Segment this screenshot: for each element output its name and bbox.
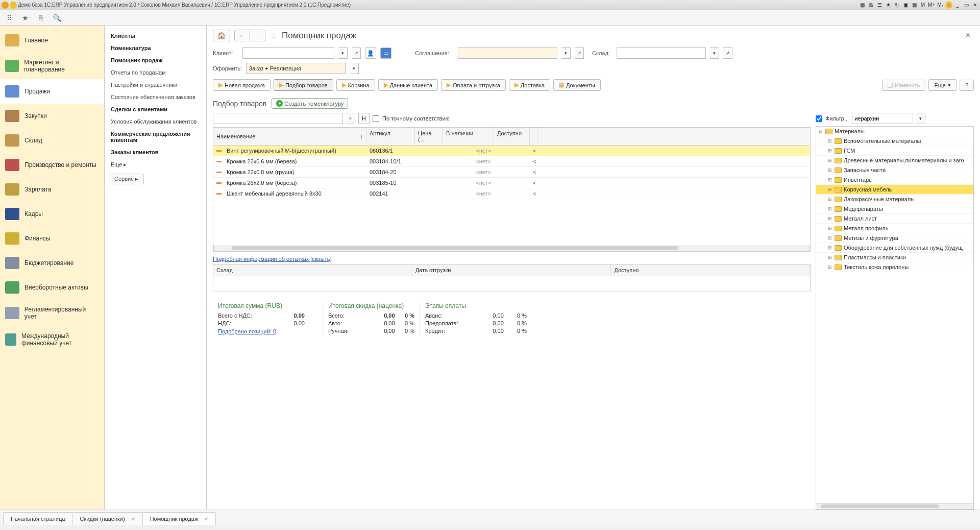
agreement-open[interactable]: ↗ — [575, 47, 584, 59]
section-item[interactable]: Международный финансовый учет — [0, 326, 104, 353]
tab-close-icon[interactable]: ✕ — [204, 516, 208, 522]
tree-item[interactable]: ⊞Лакокрасочные материалы — [816, 195, 973, 204]
favorite-icon[interactable]: ☆ — [270, 30, 278, 41]
help-button[interactable]: ? — [960, 80, 974, 91]
n-button[interactable]: Н — [358, 113, 370, 124]
tree-toggle[interactable]: ⊞ — [827, 255, 832, 260]
wizard-step[interactable]: ▦Документы — [553, 79, 601, 91]
client-card-icon[interactable]: ▭ — [380, 47, 391, 59]
section-item[interactable]: Регламентированный учет — [0, 300, 104, 326]
section-item[interactable]: Продажи — [0, 79, 104, 104]
tb-ico[interactable]: ▣ — [902, 2, 909, 9]
h-scrollbar[interactable] — [213, 245, 810, 251]
subsection-item[interactable]: Номенклатура — [109, 42, 202, 54]
drop-icon[interactable] — [10, 2, 17, 9]
home-button[interactable]: 🏠 — [213, 30, 230, 41]
tab-close-icon[interactable]: ✕ — [131, 516, 135, 522]
table-row[interactable]: Кромка 26х2.0 мм (береза)003185-10<нет>< — [213, 178, 810, 188]
tree-toggle[interactable]: ⊟ — [818, 129, 823, 134]
client-person-icon[interactable]: 👤 — [365, 47, 376, 59]
warehouse-input[interactable] — [617, 47, 706, 59]
section-item[interactable]: Финансы — [0, 226, 104, 251]
tree-toggle[interactable]: ⊞ — [827, 158, 832, 163]
tree-h-scrollbar[interactable] — [816, 503, 974, 510]
tb-ico[interactable]: ↻ — [893, 2, 900, 9]
clipboard-icon[interactable]: ⎘ — [37, 14, 45, 22]
subsection-item[interactable]: Клиенты — [109, 30, 202, 42]
tree-item[interactable]: ⊞Пластмассы и пластики — [816, 253, 973, 262]
tree-item[interactable]: ⊞Текстиль,кожа,поролоны — [816, 262, 973, 272]
subsection-item[interactable]: Коммерческие предложения клиентам — [109, 128, 202, 146]
section-item[interactable]: Производство и ремонты — [0, 153, 104, 177]
change-button[interactable]: Изменить — [882, 80, 926, 91]
window-minimize-icon[interactable]: _ — [954, 2, 961, 9]
wizard-step[interactable]: ▶Подбор товаров — [274, 79, 333, 91]
tree-toggle[interactable]: ⊞ — [827, 264, 832, 270]
section-item[interactable]: Бюджетирование — [0, 251, 104, 275]
subsection-item[interactable]: Помощник продаж — [109, 54, 202, 66]
filter-dropdown[interactable]: ▾ — [916, 113, 925, 124]
subsection-item[interactable]: Еще ▸ — [109, 158, 202, 171]
tab[interactable]: Начальная страница — [3, 512, 72, 525]
close-page-icon[interactable]: ✕ — [962, 31, 974, 40]
tree-toggle[interactable]: ⊞ — [827, 245, 832, 250]
tree-toggle[interactable]: ⊞ — [827, 148, 832, 153]
client-open[interactable]: ↗ — [352, 47, 361, 59]
back-button[interactable]: ← — [234, 30, 250, 41]
tree-item[interactable]: ⊞ГСМ — [816, 146, 973, 156]
tb-info[interactable]: i — [945, 2, 952, 9]
tree-toggle[interactable]: ⊞ — [827, 235, 832, 240]
section-item[interactable]: Главное — [0, 28, 104, 53]
tb-ico[interactable]: ▦ — [859, 2, 866, 9]
service-button[interactable]: Сервис ▸ — [109, 174, 144, 184]
forward-button[interactable]: → — [250, 30, 265, 41]
section-item[interactable]: Склад — [0, 128, 104, 153]
section-item[interactable]: Маркетинг и планирование — [0, 53, 104, 79]
subsection-item[interactable]: Заказы клиентов — [109, 146, 202, 158]
oformiť-dropdown[interactable]: ▾ — [350, 63, 359, 74]
tab[interactable]: Помощник продаж✕ — [142, 512, 216, 525]
tree-toggle[interactable]: ⊞ — [827, 167, 832, 173]
client-input[interactable] — [242, 47, 334, 59]
client-dropdown[interactable]: ▾ — [338, 47, 348, 59]
warehouse-dropdown[interactable]: ▾ — [710, 47, 719, 59]
table-row[interactable]: Кромка 22х0.8 мм (груша)003184-20<нет>< — [213, 167, 810, 178]
create-nomenclature-button[interactable]: +Создать номенклатуру — [272, 98, 348, 109]
subsection-item[interactable]: Настройки и справочники — [109, 79, 202, 91]
warehouse-open[interactable]: ↗ — [723, 47, 732, 59]
filter-input[interactable] — [852, 113, 913, 124]
window-close-icon[interactable]: ✕ — [971, 2, 978, 9]
window-maximize-icon[interactable]: ▭ — [963, 2, 970, 9]
search-input[interactable] — [213, 113, 343, 124]
tree-toggle[interactable]: ⊞ — [827, 226, 832, 231]
tree-item[interactable]: ⊞Металл лист — [816, 214, 973, 224]
col-stock[interactable]: В наличии — [443, 128, 494, 145]
section-item[interactable]: Закупки — [0, 104, 104, 128]
col-avail[interactable]: Доступно — [494, 128, 530, 145]
subsection-item[interactable]: Состояние обеспечения заказов — [109, 91, 202, 103]
tree-item[interactable]: ⊞Запасные части — [816, 165, 973, 175]
stock-details-link[interactable]: Подробная информация об остатках [скрыть… — [213, 256, 811, 262]
subsection-item[interactable]: Отчеты по продажам — [109, 66, 202, 79]
tree-item[interactable]: ⊞Корпусная мебель — [816, 185, 973, 195]
tree-toggle[interactable]: ⊞ — [827, 138, 832, 143]
section-item[interactable]: Внеоборотные активы — [0, 275, 104, 300]
more-button[interactable]: Еще ▾ — [928, 79, 956, 91]
tree-item[interactable]: ⊞Оборудование для собственных нужд (буду… — [816, 243, 973, 253]
section-item[interactable]: Кадры — [0, 202, 104, 226]
col-date[interactable]: Дата отгрузки — [412, 264, 611, 276]
star-icon[interactable]: ★ — [21, 14, 29, 22]
oformiť-value[interactable]: Заказ + Реализация — [246, 63, 346, 74]
search-clear[interactable]: × — [346, 113, 355, 124]
tree-toggle[interactable]: ⊞ — [827, 177, 832, 182]
tree-item[interactable]: ⊞Металл профиль — [816, 224, 973, 233]
col-price[interactable]: Цена (... — [415, 128, 443, 145]
tree-item[interactable]: ⊟Материалы — [816, 127, 973, 136]
filter-checkbox[interactable] — [816, 115, 822, 122]
search-icon[interactable]: 🔍 — [53, 14, 61, 22]
tb-m[interactable]: M — [919, 2, 926, 9]
col-wh[interactable]: Склад — [213, 264, 412, 276]
wizard-step[interactable]: ▶Оплата и отгрузка — [441, 79, 506, 91]
tb-ico[interactable]: ★ — [885, 2, 892, 9]
tb-ico[interactable]: 🖶 — [867, 2, 874, 9]
